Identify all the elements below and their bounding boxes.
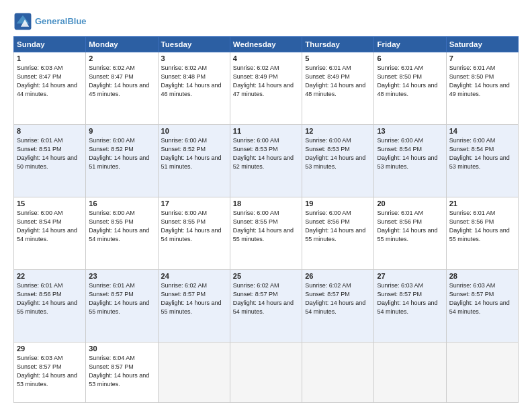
table-row: 1Sunrise: 6:03 AMSunset: 8:47 PMDaylight… bbox=[14, 52, 86, 125]
logo-icon bbox=[13, 12, 32, 31]
table-row bbox=[446, 342, 518, 403]
table-row: 19Sunrise: 6:00 AMSunset: 8:56 PMDayligh… bbox=[302, 197, 374, 270]
table-row: 25Sunrise: 6:02 AMSunset: 8:57 PMDayligh… bbox=[230, 270, 302, 342]
table-row bbox=[302, 342, 374, 403]
table-row: 6Sunrise: 6:01 AMSunset: 8:50 PMDaylight… bbox=[374, 52, 446, 125]
logo-general: General bbox=[35, 16, 67, 26]
logo: GeneralBlue bbox=[13, 12, 87, 31]
table-row: 26Sunrise: 6:02 AMSunset: 8:57 PMDayligh… bbox=[302, 270, 374, 342]
col-monday: Monday bbox=[86, 37, 158, 52]
col-saturday: Saturday bbox=[446, 37, 518, 52]
col-tuesday: Tuesday bbox=[158, 37, 230, 52]
page: GeneralBlue Sunday Monday Tuesday Wednes… bbox=[0, 0, 532, 411]
table-row: 22Sunrise: 6:01 AMSunset: 8:56 PMDayligh… bbox=[14, 270, 86, 342]
table-row: 4Sunrise: 6:02 AMSunset: 8:49 PMDaylight… bbox=[230, 52, 302, 125]
table-row: 12Sunrise: 6:00 AMSunset: 8:53 PMDayligh… bbox=[302, 125, 374, 197]
table-row: 10Sunrise: 6:00 AMSunset: 8:52 PMDayligh… bbox=[158, 125, 230, 197]
table-row: 16Sunrise: 6:00 AMSunset: 8:55 PMDayligh… bbox=[86, 197, 158, 270]
table-row: 29Sunrise: 6:03 AMSunset: 8:57 PMDayligh… bbox=[14, 342, 86, 403]
table-row: 8Sunrise: 6:01 AMSunset: 8:51 PMDaylight… bbox=[14, 125, 86, 197]
table-row: 24Sunrise: 6:02 AMSunset: 8:57 PMDayligh… bbox=[158, 270, 230, 342]
table-row: 7Sunrise: 6:01 AMSunset: 8:50 PMDaylight… bbox=[446, 52, 518, 125]
table-row: 9Sunrise: 6:00 AMSunset: 8:52 PMDaylight… bbox=[86, 125, 158, 197]
header: GeneralBlue bbox=[13, 12, 519, 31]
col-thursday: Thursday bbox=[302, 37, 374, 52]
table-row: 5Sunrise: 6:01 AMSunset: 8:49 PMDaylight… bbox=[302, 52, 374, 125]
table-row bbox=[374, 342, 446, 403]
header-row: Sunday Monday Tuesday Wednesday Thursday… bbox=[14, 37, 519, 52]
table-row: 27Sunrise: 6:03 AMSunset: 8:57 PMDayligh… bbox=[374, 270, 446, 342]
table-row: 14Sunrise: 6:00 AMSunset: 8:54 PMDayligh… bbox=[446, 125, 518, 197]
calendar-table: Sunday Monday Tuesday Wednesday Thursday… bbox=[13, 36, 519, 403]
table-row: 11Sunrise: 6:00 AMSunset: 8:53 PMDayligh… bbox=[230, 125, 302, 197]
table-row bbox=[230, 342, 302, 403]
table-row: 15Sunrise: 6:00 AMSunset: 8:54 PMDayligh… bbox=[14, 197, 86, 270]
table-row: 17Sunrise: 6:00 AMSunset: 8:55 PMDayligh… bbox=[158, 197, 230, 270]
table-row: 23Sunrise: 6:01 AMSunset: 8:57 PMDayligh… bbox=[86, 270, 158, 342]
table-row bbox=[158, 342, 230, 403]
col-sunday: Sunday bbox=[14, 37, 86, 52]
table-row: 21Sunrise: 6:01 AMSunset: 8:56 PMDayligh… bbox=[446, 197, 518, 270]
table-row: 2Sunrise: 6:02 AMSunset: 8:47 PMDaylight… bbox=[86, 52, 158, 125]
logo-blue: Blue bbox=[67, 16, 86, 26]
table-row: 3Sunrise: 6:02 AMSunset: 8:48 PMDaylight… bbox=[158, 52, 230, 125]
logo-text: GeneralBlue bbox=[35, 16, 87, 27]
table-row: 20Sunrise: 6:01 AMSunset: 8:56 PMDayligh… bbox=[374, 197, 446, 270]
col-wednesday: Wednesday bbox=[230, 37, 302, 52]
table-row: 13Sunrise: 6:00 AMSunset: 8:54 PMDayligh… bbox=[374, 125, 446, 197]
col-friday: Friday bbox=[374, 37, 446, 52]
table-row: 30Sunrise: 6:04 AMSunset: 8:57 PMDayligh… bbox=[86, 342, 158, 403]
table-row: 18Sunrise: 6:00 AMSunset: 8:55 PMDayligh… bbox=[230, 197, 302, 270]
table-row: 28Sunrise: 6:03 AMSunset: 8:57 PMDayligh… bbox=[446, 270, 518, 342]
